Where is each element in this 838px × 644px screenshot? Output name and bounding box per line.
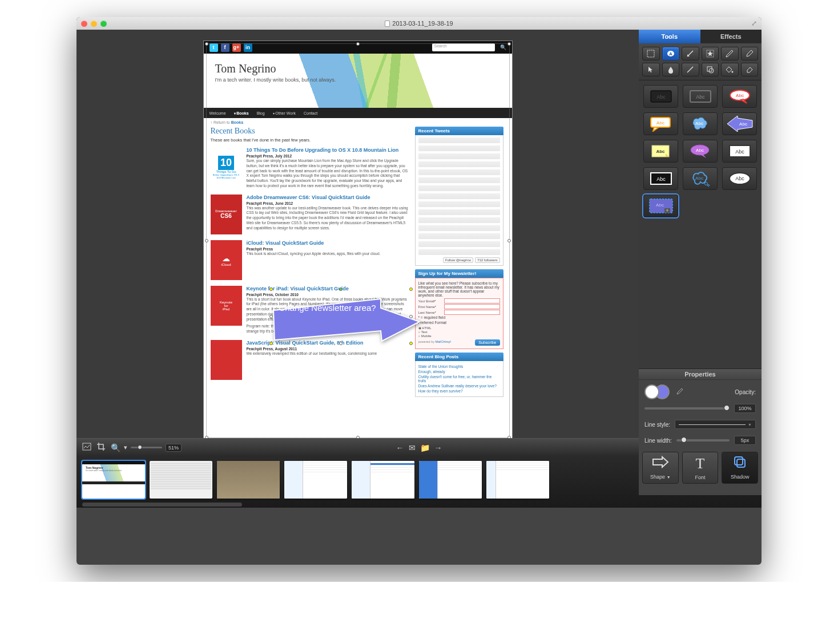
svg-text:Abc: Abc (656, 202, 664, 208)
tool-shape[interactable] (702, 63, 719, 76)
tool-stamp[interactable] (702, 47, 719, 60)
screenshot-document[interactable]: t f g+ in Search 🔍 Tom Negrino I'm a tec… (204, 41, 512, 438)
linestyle-label: Line style: (644, 422, 670, 428)
opacity-label: Opacity: (735, 389, 756, 395)
thumbnail-3[interactable] (217, 461, 280, 499)
opacity-slider[interactable] (644, 407, 730, 410)
properties-panel: Properties Opacity: 100% Line style: ▼ L… (639, 368, 762, 495)
nav-next[interactable]: → (434, 443, 442, 452)
linewidth-value[interactable]: 5px (734, 436, 756, 445)
shadow-button[interactable]: Shadow (722, 452, 758, 484)
svg-point-7 (709, 68, 714, 73)
svg-text:Abc: Abc (695, 176, 703, 181)
shape-bubble-orange[interactable]: Abc (643, 112, 678, 135)
linewidth-slider[interactable] (676, 439, 730, 442)
crop-button[interactable] (97, 443, 105, 452)
tool-text[interactable]: A (662, 47, 680, 60)
app-window: 2013-03-11_19-38-19 ⤢ t f g+ in Search 🔍… (76, 17, 762, 565)
shape-bubble-red[interactable]: Abc (722, 85, 757, 108)
svg-text:+: + (666, 208, 668, 213)
thumbnail-7[interactable] (486, 461, 549, 499)
svg-text:Abc: Abc (739, 121, 747, 127)
tab-tools[interactable]: Tools (639, 30, 700, 43)
tool-grid: A (639, 43, 762, 80)
opacity-value[interactable]: 100% (734, 404, 756, 413)
selection-outline-document[interactable] (206, 43, 510, 438)
document-icon (385, 21, 390, 27)
stroke-color-swatch[interactable] (644, 384, 659, 399)
shape-arrow-purple[interactable]: Abc (722, 112, 757, 135)
svg-text:Abc: Abc (736, 93, 744, 98)
tool-line[interactable] (682, 63, 699, 76)
shape-cloud-blue[interactable]: Abc (683, 112, 718, 135)
tool-cursor[interactable] (642, 63, 660, 76)
thumbnail-2[interactable] (150, 461, 212, 499)
svg-text:Abc: Abc (696, 148, 704, 153)
tool-blur[interactable] (662, 63, 680, 76)
nav-prev[interactable]: ← (396, 443, 404, 452)
close-button[interactable] (81, 21, 87, 27)
tool-pen[interactable] (721, 47, 739, 60)
svg-text:Abc: Abc (656, 120, 664, 125)
tab-effects[interactable]: Effects (700, 30, 762, 43)
nav-folder[interactable]: 📁 (420, 443, 430, 452)
shape-box-black[interactable]: Abc (643, 85, 678, 108)
traffic-lights (81, 21, 107, 27)
linestyle-select[interactable]: ▼ (675, 420, 756, 429)
nav-mail[interactable]: ✉ (409, 443, 416, 452)
tool-arrow[interactable] (682, 47, 699, 60)
selection-outline-annotation[interactable] (271, 289, 411, 343)
zoom-icon[interactable]: 🔍 (111, 443, 120, 452)
shape-ellipse-white[interactable]: Abc (722, 167, 757, 190)
thumbnail-5[interactable] (352, 461, 414, 499)
svg-point-8 (732, 71, 734, 73)
zoom-dropdown[interactable]: ▾ (124, 444, 127, 451)
panel-tabs: Tools Effects (639, 30, 762, 43)
svg-text:Abc: Abc (695, 121, 703, 126)
window-title: 2013-03-11_19-38-19 (76, 20, 762, 27)
tool-select[interactable] (642, 47, 660, 60)
svg-text:Abc: Abc (735, 176, 744, 181)
titlebar: 2013-03-11_19-38-19 ⤢ (76, 17, 762, 30)
svg-text:Abc: Abc (735, 149, 744, 155)
shape-box-white[interactable]: Abc (722, 140, 757, 163)
fullscreen-button[interactable]: ⤢ (751, 19, 757, 27)
svg-text:Abc: Abc (656, 149, 665, 154)
tool-fill[interactable] (721, 63, 739, 76)
zoom-value: 51% (166, 444, 182, 452)
svg-rect-0 (647, 50, 654, 57)
zoom-slider[interactable] (131, 447, 162, 448)
svg-point-28 (707, 185, 709, 187)
shape-box-white-thin[interactable]: Abc (643, 167, 678, 190)
svg-text:A: A (669, 51, 672, 56)
minimize-button[interactable] (91, 21, 97, 27)
thumbnail-4[interactable] (284, 461, 347, 499)
svg-point-27 (704, 183, 707, 185)
shape-add-custom[interactable]: Abc+ (643, 195, 678, 217)
shape-note-yellow[interactable]: Abc (643, 140, 678, 163)
tool-highlight[interactable] (741, 47, 759, 60)
svg-line-5 (687, 67, 693, 72)
canvas[interactable]: t f g+ in Search 🔍 Tom Negrino I'm a tec… (76, 30, 639, 438)
svg-rect-37 (735, 457, 743, 465)
tray-scrollbar[interactable] (82, 503, 242, 507)
svg-text:Abc: Abc (656, 176, 666, 182)
shape-box-outline[interactable]: Abc (683, 85, 718, 108)
font-button[interactable]: T Font (682, 452, 719, 484)
svg-text:Abc: Abc (696, 94, 705, 100)
eyedropper-icon[interactable] (675, 388, 683, 396)
thumbnail-6[interactable] (419, 461, 482, 499)
shape-cloud-outline[interactable]: Abc (683, 167, 718, 190)
shape-bubble-purple[interactable]: Abc (683, 140, 718, 163)
zoom-control: 🔍 ▾ 51% (111, 443, 182, 452)
thumbnail-1[interactable]: Tom NegrinoI'm a tech writer. I mostly w… (82, 461, 145, 499)
svg-rect-38 (737, 459, 745, 467)
zoom-button[interactable] (100, 21, 107, 27)
svg-rect-36 (83, 443, 91, 450)
tool-erase[interactable] (741, 63, 759, 76)
shape-button[interactable]: Shape ▼ (642, 452, 679, 484)
properties-header: Properties (639, 369, 762, 380)
linewidth-label: Line width: (644, 438, 672, 444)
svg-text:Abc: Abc (656, 94, 666, 100)
fit-button[interactable] (82, 443, 91, 452)
